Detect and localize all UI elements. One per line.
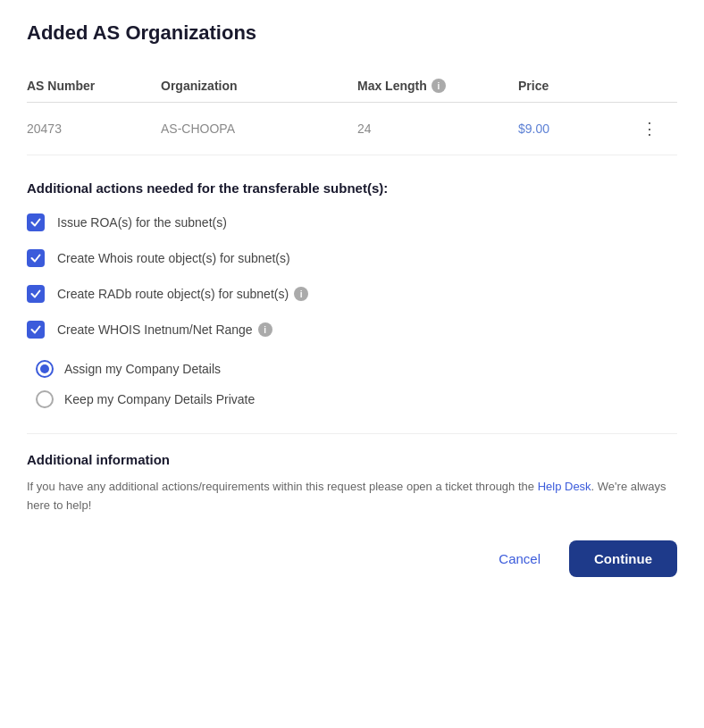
checkbox-item-whois-inetnum: Create WHOIS Inetnum/Net Range i [27, 321, 677, 339]
checkbox-item-roa: Issue ROA(s) for the subnet(s) [27, 213, 677, 231]
continue-button[interactable]: Continue [569, 540, 677, 577]
table-header: AS Number Organization Max Length i Pric… [27, 70, 677, 103]
radb-info-icon[interactable]: i [294, 287, 308, 301]
col-price: Price [518, 79, 641, 93]
checkbox-radb-route-label: Create RADb route object(s) for subnet(s… [57, 287, 308, 301]
section-divider [27, 433, 677, 434]
cell-price: $9.00 [518, 121, 641, 136]
additional-actions-title: Additional actions needed for the transf… [27, 180, 677, 196]
additional-info-text: If you have any additional actions/requi… [27, 478, 677, 515]
cell-max-length: 24 [357, 121, 518, 136]
help-desk-link[interactable]: Help Desk [538, 480, 591, 493]
additional-info-section: Additional information If you have any a… [27, 452, 677, 515]
radio-keep-private-label: Keep my Company Details Private [64, 392, 255, 406]
checkbox-whois-route-label: Create Whois route object(s) for subnet(… [57, 251, 290, 265]
max-length-info-icon[interactable]: i [432, 79, 446, 93]
radio-keep-private[interactable]: Keep my Company Details Private [36, 390, 677, 408]
cell-more[interactable]: ⋮ [641, 119, 677, 138]
checkbox-radb-route[interactable] [27, 285, 45, 303]
checkbox-roa-label: Issue ROA(s) for the subnet(s) [57, 215, 227, 230]
col-actions [641, 79, 677, 93]
checkbox-item-radb-route: Create RADb route object(s) for subnet(s… [27, 285, 677, 303]
radio-assign-company-label: Assign my Company Details [64, 362, 221, 376]
cell-organization: AS-CHOOPA [161, 121, 357, 136]
checkbox-item-whois-route: Create Whois route object(s) for subnet(… [27, 249, 677, 267]
as-organizations-table: AS Number Organization Max Length i Pric… [27, 70, 677, 155]
cancel-button[interactable]: Cancel [484, 542, 555, 575]
inetnum-info-icon[interactable]: i [258, 322, 272, 337]
checkbox-whois-inetnum[interactable] [27, 321, 45, 339]
checkbox-whois-route[interactable] [27, 249, 45, 267]
checkbox-whois-inetnum-label: Create WHOIS Inetnum/Net Range i [57, 322, 272, 337]
radio-assign-company-inner [40, 364, 49, 373]
col-max-length: Max Length i [357, 79, 518, 93]
col-as-number: AS Number [27, 79, 161, 93]
radio-keep-private-button[interactable] [36, 390, 54, 408]
additional-actions-section: Additional actions needed for the transf… [27, 180, 677, 408]
radio-assign-company[interactable]: Assign my Company Details [36, 360, 677, 378]
company-details-radio-group: Assign my Company Details Keep my Compan… [36, 360, 677, 408]
table-row: 20473 AS-CHOOPA 24 $9.00 ⋮ [27, 103, 677, 155]
col-organization: Organization [161, 79, 357, 93]
row-more-button[interactable]: ⋮ [641, 119, 658, 138]
radio-assign-company-button[interactable] [36, 360, 54, 378]
page-title: Added AS Organizations [27, 21, 677, 45]
cell-as-number: 20473 [27, 121, 161, 136]
footer-actions: Cancel Continue [27, 540, 677, 577]
checkbox-group: Issue ROA(s) for the subnet(s) Create Wh… [27, 213, 677, 339]
additional-info-title: Additional information [27, 452, 677, 467]
checkbox-roa[interactable] [27, 213, 45, 231]
